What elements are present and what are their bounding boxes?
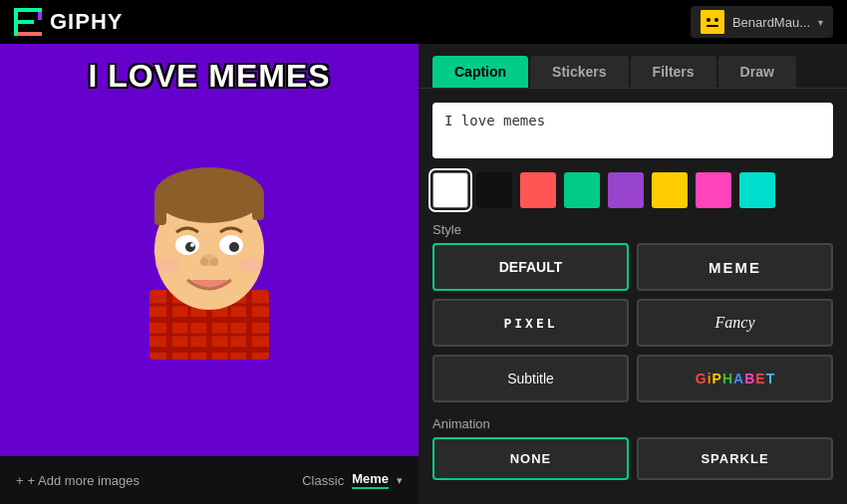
animation-section: Animation NONE SPARKLE	[432, 416, 833, 480]
style-meme-button[interactable]: MEME	[637, 243, 833, 291]
svg-point-29	[190, 243, 194, 247]
style-classic-option[interactable]: Classic	[302, 473, 344, 488]
header: GIPHY BenardMau... ▾	[0, 0, 847, 44]
svg-point-28	[229, 242, 239, 252]
animation-sparkle-button[interactable]: SPARKLE	[637, 437, 833, 480]
svg-point-6	[706, 18, 710, 22]
avatar	[701, 10, 724, 34]
logo-text: GIPHY	[50, 9, 123, 35]
animation-grid: NONE SPARKLE	[432, 437, 833, 480]
svg-rect-24	[252, 195, 264, 220]
panel-content: I love memes Style DEFAULT MEME PIXEL	[419, 89, 847, 494]
tab-bar: Caption Stickers Filters Draw	[419, 44, 847, 89]
add-images-label: + Add more images	[28, 473, 140, 488]
style-section-label: Style	[432, 222, 833, 237]
svg-point-7	[714, 18, 718, 22]
svg-point-34	[239, 257, 263, 273]
meme-overlay-text: I LOVE MEMES	[0, 58, 419, 95]
avatar-icon	[701, 10, 724, 34]
svg-point-33	[155, 257, 179, 273]
right-panel: Caption Stickers Filters Draw I love mem…	[419, 44, 847, 504]
user-menu[interactable]: BenardMau... ▾	[691, 6, 833, 38]
caption-input[interactable]: I love memes	[432, 103, 833, 158]
style-switch: Classic Meme ▾	[302, 471, 403, 489]
style-dropdown-arrow[interactable]: ▾	[397, 474, 403, 487]
svg-rect-3	[38, 12, 42, 20]
tab-draw[interactable]: Draw	[718, 56, 796, 88]
add-images-button[interactable]: + + Add more images	[16, 473, 140, 488]
svg-rect-2	[18, 20, 34, 24]
style-subtitle-button[interactable]: Subtitle	[432, 355, 629, 402]
chevron-down-icon: ▾	[818, 17, 823, 28]
svg-rect-5	[701, 10, 724, 34]
color-swatch-teal[interactable]	[739, 172, 775, 208]
style-fancy-button[interactable]: Fancy	[637, 299, 833, 347]
style-alphabet-button[interactable]: G i P H A B E T	[637, 355, 833, 402]
svg-point-22	[154, 167, 264, 223]
tab-stickers[interactable]: Stickers	[530, 56, 628, 88]
gif-preview: I LOVE MEMES	[0, 44, 419, 456]
alphabet-colored-text: G i P H A B E T	[696, 371, 774, 386]
svg-rect-4	[18, 32, 42, 36]
main-content: I LOVE MEMES	[0, 44, 847, 504]
style-section: Style DEFAULT MEME PIXEL Fancy Subtitle …	[432, 222, 833, 402]
color-swatch-black[interactable]	[476, 172, 512, 208]
svg-point-27	[185, 242, 195, 252]
color-swatch-red[interactable]	[520, 172, 556, 208]
giphy-logo-icon	[14, 8, 42, 36]
plus-icon: +	[16, 473, 24, 488]
tab-caption[interactable]: Caption	[432, 56, 528, 88]
bottom-bar: + + Add more images Classic Meme ▾	[0, 456, 419, 504]
svg-point-31	[200, 258, 208, 266]
color-swatches	[432, 172, 833, 208]
color-swatch-green[interactable]	[564, 172, 600, 208]
style-pixel-button[interactable]: PIXEL	[432, 299, 629, 347]
animation-none-button[interactable]: NONE	[432, 437, 629, 480]
meme-face-image	[130, 140, 289, 360]
animation-section-label: Animation	[432, 416, 833, 431]
style-default-button[interactable]: DEFAULT	[432, 243, 629, 291]
svg-point-32	[210, 258, 218, 266]
style-grid: DEFAULT MEME PIXEL Fancy Subtitle G i P …	[432, 243, 833, 402]
style-meme-option[interactable]: Meme	[352, 471, 389, 489]
color-swatch-white[interactable]	[432, 172, 468, 208]
color-swatch-purple[interactable]	[608, 172, 644, 208]
svg-rect-1	[18, 8, 42, 12]
svg-rect-23	[154, 195, 166, 225]
color-swatch-yellow[interactable]	[652, 172, 688, 208]
username-label: BenardMau...	[732, 15, 810, 30]
logo-area: GIPHY	[14, 8, 123, 36]
left-panel: I LOVE MEMES	[0, 44, 419, 504]
tab-filters[interactable]: Filters	[631, 56, 716, 88]
color-swatch-pink[interactable]	[696, 172, 731, 208]
svg-rect-8	[706, 25, 718, 27]
svg-rect-0	[14, 8, 18, 36]
